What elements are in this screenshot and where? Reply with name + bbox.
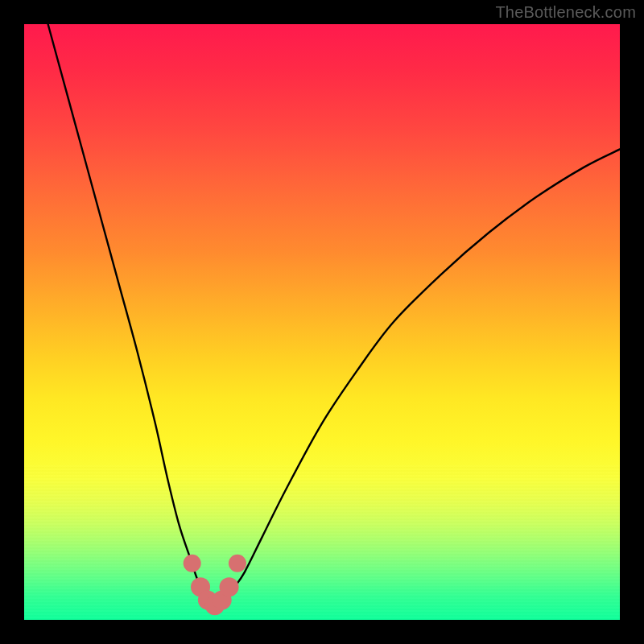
chart-svg (24, 24, 620, 620)
highlight-markers (184, 555, 246, 616)
watermark-text: TheBottleneck.com (495, 3, 636, 22)
highlight-dot (220, 577, 239, 597)
highlight-dot (229, 555, 246, 572)
plot-area (24, 24, 620, 620)
highlight-dot (184, 555, 201, 572)
bottleneck-curve (48, 24, 620, 606)
